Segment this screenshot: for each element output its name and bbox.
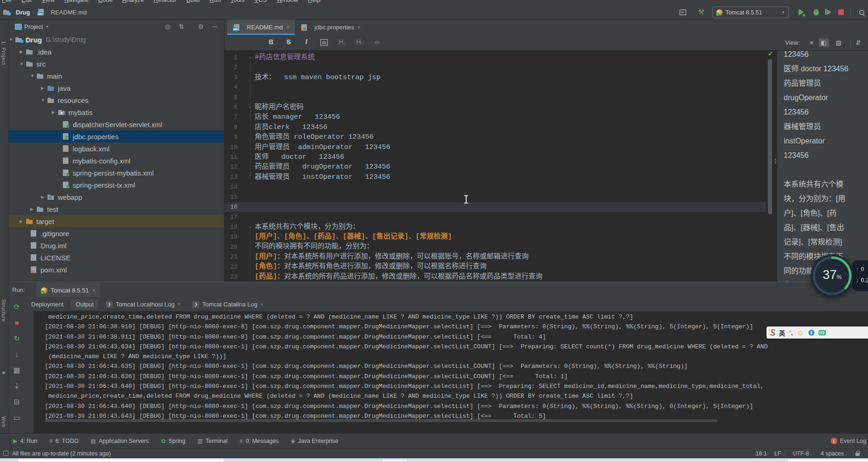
caret-position[interactable]: 16:1: [756, 450, 767, 457]
code-line-15[interactable]: [255, 192, 542, 202]
line-ending-selector[interactable]: LF⌄: [774, 450, 785, 457]
header-down-icon[interactable]: H↓: [337, 38, 346, 46]
code-line-6[interactable]: 昵称用户名密码: [255, 102, 542, 112]
menu-items[interactable]: FileEditViewNavigateCodeAnalyzeRefactorB…: [2, 0, 320, 3]
code-line-12[interactable]: 药品管理员 drugOperator 123456: [255, 162, 542, 172]
tree-row-java[interactable]: ▶java: [8, 82, 224, 94]
chevron-right-icon[interactable]: ▶: [52, 110, 58, 115]
console-hscrollbar-thumb[interactable]: [45, 419, 718, 422]
toolbar-item-0-messages[interactable]: ≡0: Messages: [240, 438, 279, 444]
menu-item-vcs[interactable]: VCS: [254, 0, 267, 3]
debug-button[interactable]: [811, 7, 821, 18]
sogou-logo-icon[interactable]: S: [770, 328, 775, 338]
stop-button[interactable]: [836, 7, 846, 18]
collapse-all-icon[interactable]: ⇅: [179, 23, 184, 30]
code-line-3[interactable]: 技术： ssm maven bootstrap jsp: [255, 73, 542, 82]
tree-row-resources[interactable]: ▼resources: [8, 94, 224, 106]
event-log-button[interactable]: 1Event Log: [831, 438, 866, 444]
layout-icon[interactable]: ▦: [12, 366, 21, 374]
tree-row-webapp[interactable]: ▶webapp: [8, 191, 224, 203]
toolbar-item-6-todo[interactable]: ≡6: TODO: [49, 438, 79, 444]
view-preview-only-icon[interactable]: ▨: [834, 38, 844, 47]
tree-row-mybatis[interactable]: ▶mybatis: [8, 106, 224, 118]
ime-language-toggle[interactable]: 英: [779, 328, 785, 337]
run-button[interactable]: [796, 7, 806, 18]
ime-microphone-icon[interactable]: [808, 330, 814, 336]
chevron-right-icon[interactable]: ▶: [20, 49, 26, 54]
view-split-icon[interactable]: ◧: [819, 38, 829, 47]
tree-row-jdbc-properties[interactable]: jdbc.properties: [8, 130, 224, 143]
tree-row-logback-xml[interactable]: <>logback.xml: [8, 143, 224, 155]
code-line-7[interactable]: 店长 manager 123456: [255, 112, 542, 122]
code-line-22[interactable]: [角色]：对本系统所有角色进行添加，修改或删除，可以根据名称进行查询: [255, 262, 542, 272]
editor-gutter[interactable]: 1234567891011121314151617181920212223: [224, 53, 237, 282]
tab-readme-md[interactable]: MDREADME.md×: [227, 20, 295, 35]
toolbar-item-application-servers[interactable]: ▤Application Servers: [91, 438, 149, 444]
ime-toolbar-overlay[interactable]: S 英 ’, ☺: [766, 326, 868, 339]
close-icon[interactable]: ×: [177, 301, 180, 307]
close-icon[interactable]: ×: [92, 287, 96, 294]
breadcrumb-file[interactable]: README.md: [51, 9, 87, 16]
code-line-20[interactable]: 不同的模块拥有不同的功能，分别为：: [255, 242, 542, 251]
tree-row-spring-persist-tx-xml[interactable]: spring-persist-tx.xml: [8, 179, 224, 191]
stripe-web-button[interactable]: Web: [1, 416, 7, 428]
view-editor-only-icon[interactable]: ≡: [807, 38, 817, 47]
locate-file-icon[interactable]: ◎: [165, 23, 170, 30]
close-icon[interactable]: ×: [260, 301, 263, 307]
toolbar-item-java-enterprise[interactable]: ◈Java Enterprise: [291, 438, 338, 444]
build-hammer-icon[interactable]: ⚒: [697, 7, 706, 18]
chevron-right-icon[interactable]: ▶: [30, 207, 36, 211]
rerun-icon[interactable]: ⟳: [12, 303, 21, 311]
code-line-4[interactable]: [255, 82, 542, 92]
stop-icon[interactable]: ■: [12, 319, 21, 326]
menu-item-code[interactable]: Code: [98, 0, 113, 3]
fold-end-icon[interactable]: ⌃: [247, 174, 253, 179]
close-icon[interactable]: ×: [286, 24, 289, 31]
ime-punctuation-icon[interactable]: ’,: [789, 329, 793, 336]
fold-open-icon[interactable]: ⌄: [247, 104, 253, 109]
run-config-tab[interactable]: Tomcat 8.5.51 ×: [36, 283, 100, 298]
chevron-down-icon[interactable]: ▼: [30, 74, 36, 78]
menu-item-help[interactable]: Help: [308, 0, 320, 3]
ime-emoji-icon[interactable]: ☺: [797, 329, 804, 337]
menu-item-analyze[interactable]: Analyze: [122, 0, 144, 3]
toolbar-item-4-run[interactable]: ▶4: Run: [13, 438, 37, 444]
tree-row--idea[interactable]: ▶.idea: [8, 46, 224, 58]
menu-item-file[interactable]: File: [2, 0, 12, 3]
console-tab-tomcat-localhost-log[interactable]: ❯Tomcat Localhost Log×: [101, 299, 185, 310]
tree-row-main[interactable]: ▼main: [8, 70, 224, 82]
console-tab-output[interactable]: Output: [71, 299, 98, 310]
code-line-9[interactable]: 角色管理员 roleOperator 123456: [255, 132, 542, 142]
settings-gear-icon[interactable]: ⚙: [198, 23, 204, 30]
menu-item-window[interactable]: Window: [277, 0, 298, 3]
restart-icon[interactable]: ↻: [12, 334, 21, 343]
code-line-14[interactable]: [255, 182, 542, 192]
tree-row-mybatis-config-xml[interactable]: <>mybatis-config.xml: [8, 155, 224, 167]
tree-row-spring-persist-mybatis-xml[interactable]: spring-persist-mybatis.xml: [8, 167, 224, 179]
code-line-17[interactable]: [255, 212, 542, 222]
code-line-13[interactable]: 器械管理员 instOperator 123456: [255, 172, 542, 182]
code-line-8[interactable]: 店员clerk 123456: [255, 122, 542, 132]
tree-row-src[interactable]: ▼src: [8, 58, 224, 70]
editor-code-area[interactable]: 1234567891011121314151617181920212223 ⌄⌄…: [224, 50, 766, 282]
ime-keyboard-icon[interactable]: [819, 330, 826, 335]
tree-row-test[interactable]: ▶test: [8, 203, 224, 215]
fold-open-icon[interactable]: ⌄: [247, 54, 253, 59]
toolbar-item-spring[interactable]: ✿Spring: [161, 438, 185, 444]
indent-selector[interactable]: 4 spaces⌄: [821, 450, 848, 457]
chevron-right-icon[interactable]: ▶: [41, 195, 47, 199]
italic-icon[interactable]: I: [302, 38, 311, 46]
scroll-down-icon[interactable]: ↓: [12, 350, 21, 358]
tab-jdbc-properties[interactable]: jdbc.properties×: [295, 20, 366, 35]
search-everywhere-icon[interactable]: [856, 7, 867, 18]
code-line-1[interactable]: #药店信息管理系统: [255, 53, 542, 62]
tree-row--gitignore[interactable]: .gitignore: [8, 227, 224, 239]
menu-item-tools[interactable]: Tools: [231, 0, 244, 3]
chevron-down-icon[interactable]: ▼: [41, 98, 47, 102]
code-line-19[interactable]: [用户]、[角色]、[药品]、[器械]、[售出记录]、[常规检测]: [255, 232, 542, 242]
header-up-icon[interactable]: H↑: [355, 38, 364, 46]
run-configuration-selector[interactable]: Tomcat 8.5.51 ▼: [712, 7, 789, 18]
chevron-right-icon[interactable]: ▶: [41, 86, 47, 90]
close-icon[interactable]: ×: [358, 24, 361, 31]
breadcrumb[interactable]: Drug › MD README.md: [3, 5, 87, 19]
